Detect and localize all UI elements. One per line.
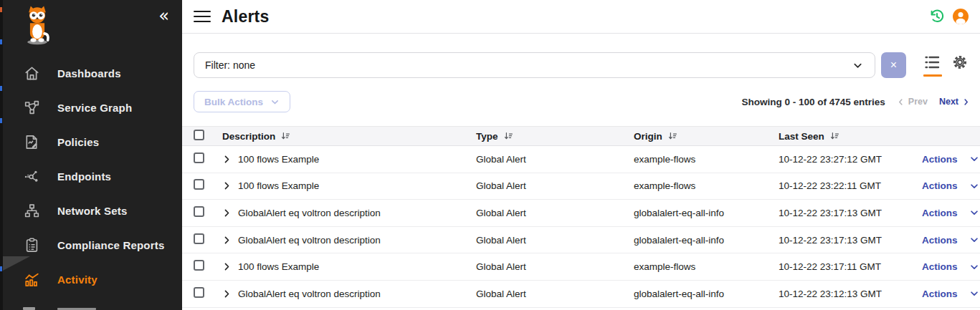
next-label: Next	[939, 97, 958, 107]
service-graph-icon	[23, 99, 40, 116]
list-view-icon	[923, 54, 942, 71]
header-icons	[928, 8, 980, 25]
select-all-checkbox[interactable]	[194, 130, 204, 140]
compliance-reports-icon	[23, 236, 40, 253]
row-origin: example-flows	[634, 180, 779, 191]
row-last-seen: 10-12-22 23:17:13 GMT	[779, 235, 922, 246]
prev-page-link[interactable]: Prev	[897, 97, 928, 107]
clear-filter-button[interactable]: ×	[881, 52, 906, 78]
row-type: Global Alert	[476, 208, 634, 218]
filter-row: Filter: none ×	[182, 34, 980, 86]
row-expand-control[interactable]	[222, 262, 238, 271]
edge-tick	[0, 7, 2, 12]
table-row: GlobalAlert eq voltron description Globa…	[182, 281, 980, 308]
bulk-actions-label: Bulk Actions	[204, 97, 263, 107]
showing-entries-text: Showing 0 - 100 of 4745 entries	[741, 97, 885, 107]
filter-value: Filter: none	[205, 59, 255, 71]
user-avatar-icon[interactable]	[952, 8, 969, 25]
pagination: Showing 0 - 100 of 4745 entries Prev Nex…	[741, 91, 970, 112]
hamburger-menu-icon[interactable]	[194, 8, 211, 26]
sort-icon	[280, 131, 290, 141]
row-actions-menu[interactable]: Actions	[922, 208, 980, 218]
table-row: 100 flows Example Global Alert example-f…	[182, 146, 980, 173]
active-view-underline	[923, 74, 942, 77]
row-expand-control[interactable]	[222, 289, 238, 299]
edge-tick	[0, 118, 2, 123]
prev-label: Prev	[908, 97, 928, 107]
row-origin: example-flows	[634, 154, 779, 165]
chevron-down-icon	[852, 60, 863, 71]
actions-label: Actions	[922, 154, 958, 165]
row-last-seen: 10-12-22 23:27:12 GMT	[779, 154, 922, 165]
row-actions-menu[interactable]: Actions	[922, 261, 980, 272]
row-origin: globalalert-eq-all-info	[634, 289, 779, 299]
row-checkbox[interactable]	[194, 287, 204, 298]
row-checkbox[interactable]	[194, 206, 204, 217]
sidebar-item-endpoints[interactable]: Endpoints	[3, 159, 182, 193]
sort-icon	[503, 131, 513, 141]
row-last-seen: 10-12-22 23:17:11 GMT	[779, 261, 922, 272]
row-expand-control[interactable]	[222, 155, 238, 164]
table-header-row: Description Type Origin Last Seen	[182, 126, 980, 146]
row-checkbox[interactable]	[194, 260, 204, 271]
filter-dropdown[interactable]: Filter: none	[194, 52, 875, 78]
settings-gear-icon[interactable]	[951, 54, 969, 71]
column-header-origin[interactable]: Origin	[634, 131, 779, 142]
column-header-last-seen[interactable]: Last Seen	[779, 131, 922, 142]
chevron-right-icon	[222, 289, 232, 299]
edge-tick	[0, 86, 2, 91]
row-type: Global Alert	[476, 289, 634, 299]
sidebar: « Dashboards Service Graph	[3, 0, 182, 310]
row-expand-control[interactable]	[222, 236, 238, 245]
history-icon[interactable]	[928, 8, 946, 25]
alerts-table: Description Type Origin Last Seen	[182, 126, 980, 308]
column-header-description[interactable]: Description	[222, 131, 476, 142]
activity-icon	[23, 271, 40, 288]
row-checkbox[interactable]	[194, 233, 204, 244]
sort-icon	[829, 131, 839, 141]
actions-label: Actions	[922, 261, 958, 272]
row-type: Global Alert	[476, 180, 634, 191]
row-expand-control[interactable]	[222, 181, 238, 190]
policies-icon	[23, 133, 40, 150]
sidebar-item-compliance-reports[interactable]: Compliance Reports	[3, 228, 182, 262]
close-icon: ×	[890, 59, 897, 71]
sidebar-item-dashboards[interactable]: Dashboards	[3, 56, 182, 90]
sidebar-item-activity[interactable]: Activity	[3, 262, 182, 296]
sidebar-item-label: Policies	[57, 136, 99, 148]
row-actions-menu[interactable]: Actions	[922, 235, 980, 246]
chevron-left-icon	[897, 98, 905, 106]
row-origin: globalalert-eq-all-info	[634, 208, 779, 218]
row-origin: globalalert-eq-all-info	[634, 235, 779, 246]
sidebar-item-policies[interactable]: Policies	[3, 125, 182, 159]
row-expand-control[interactable]	[222, 208, 238, 218]
row-last-seen: 10-12-22 23:17:13 GMT	[779, 208, 922, 218]
chevron-down-icon	[969, 154, 979, 164]
next-page-link[interactable]: Next	[939, 97, 970, 107]
sidebar-item-service-graph[interactable]: Service Graph	[3, 90, 182, 125]
row-actions-menu[interactable]: Actions	[922, 154, 980, 165]
row-checkbox[interactable]	[194, 179, 204, 190]
row-actions-menu[interactable]: Actions	[922, 289, 980, 299]
list-view-toggle[interactable]	[923, 54, 942, 77]
bulk-actions-button[interactable]: Bulk Actions	[194, 91, 290, 112]
row-last-seen: 10-12-22 23:22:11 GMT	[779, 180, 922, 191]
chevron-down-icon	[270, 97, 280, 107]
row-actions-menu[interactable]: Actions	[922, 180, 980, 191]
chevron-down-icon	[969, 235, 979, 245]
sidebar-collapse-button[interactable]: «	[158, 7, 169, 24]
row-description: GlobalAlert eq voltron description	[238, 289, 476, 299]
actions-label: Actions	[922, 235, 958, 246]
row-description: 100 flows Example	[238, 180, 476, 191]
sidebar-item-label: Activity	[57, 273, 97, 286]
row-checkbox[interactable]	[194, 152, 204, 163]
row-description: GlobalAlert eq voltron description	[238, 208, 476, 218]
table-row: 100 flows Example Global Alert example-f…	[182, 173, 980, 200]
chevron-right-icon	[962, 98, 970, 106]
page-header: Alerts	[182, 0, 980, 34]
column-header-type[interactable]: Type	[476, 131, 634, 142]
row-description: 100 flows Example	[238, 261, 476, 272]
sidebar-item-network-sets[interactable]: Network Sets	[3, 193, 182, 228]
table-row: GlobalAlert eq voltron description Globa…	[182, 227, 980, 254]
table-row: 100 flows Example Global Alert example-f…	[182, 253, 980, 281]
